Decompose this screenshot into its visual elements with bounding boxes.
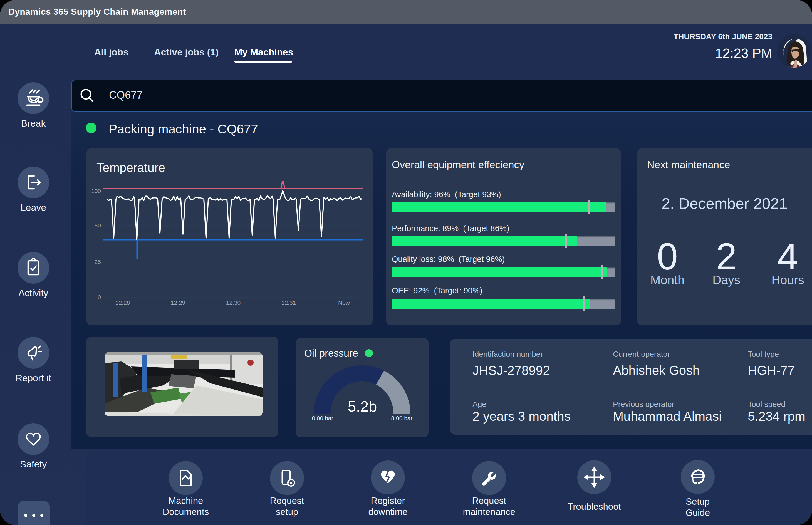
svg-text:12:28: 12:28 [116, 299, 130, 306]
svg-text:12:31: 12:31 [282, 299, 296, 306]
svg-text:25: 25 [94, 259, 101, 265]
svg-text:12:29: 12:29 [171, 299, 185, 306]
svg-text:Now: Now [338, 299, 350, 306]
svg-text:100: 100 [91, 188, 101, 194]
svg-text:0: 0 [97, 294, 101, 300]
svg-text:12:30: 12:30 [226, 299, 241, 306]
svg-text:50: 50 [94, 222, 101, 228]
